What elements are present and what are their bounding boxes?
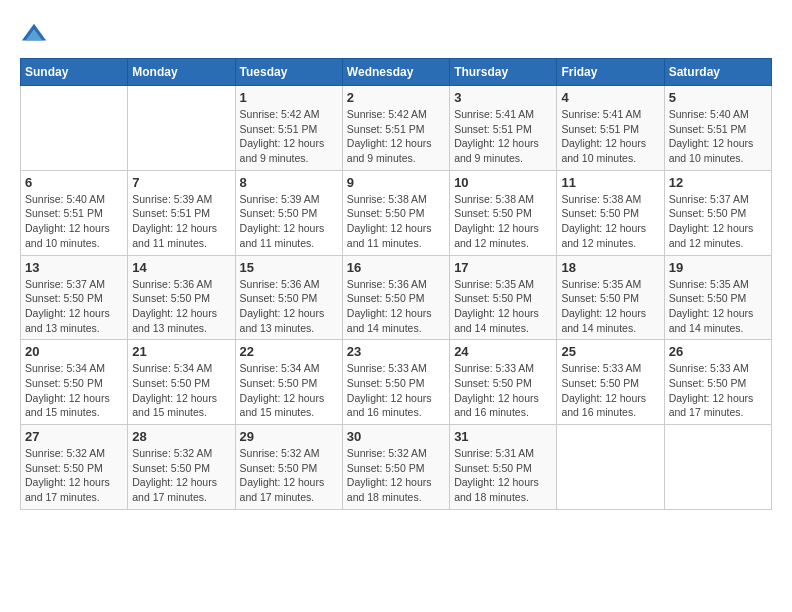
day-number: 2 (347, 90, 445, 105)
day-number: 3 (454, 90, 552, 105)
day-info: Sunrise: 5:38 AM Sunset: 5:50 PM Dayligh… (561, 192, 659, 251)
day-info: Sunrise: 5:37 AM Sunset: 5:50 PM Dayligh… (669, 192, 767, 251)
calendar-cell: 23Sunrise: 5:33 AM Sunset: 5:50 PM Dayli… (342, 340, 449, 425)
day-number: 5 (669, 90, 767, 105)
day-info: Sunrise: 5:38 AM Sunset: 5:50 PM Dayligh… (347, 192, 445, 251)
day-info: Sunrise: 5:39 AM Sunset: 5:51 PM Dayligh… (132, 192, 230, 251)
day-info: Sunrise: 5:32 AM Sunset: 5:50 PM Dayligh… (347, 446, 445, 505)
day-number: 6 (25, 175, 123, 190)
day-number: 13 (25, 260, 123, 275)
day-info: Sunrise: 5:37 AM Sunset: 5:50 PM Dayligh… (25, 277, 123, 336)
header-cell-wednesday: Wednesday (342, 59, 449, 86)
calendar-cell: 3Sunrise: 5:41 AM Sunset: 5:51 PM Daylig… (450, 86, 557, 171)
day-number: 9 (347, 175, 445, 190)
header-cell-sunday: Sunday (21, 59, 128, 86)
calendar-week-5: 27Sunrise: 5:32 AM Sunset: 5:50 PM Dayli… (21, 425, 772, 510)
day-number: 7 (132, 175, 230, 190)
calendar-cell: 24Sunrise: 5:33 AM Sunset: 5:50 PM Dayli… (450, 340, 557, 425)
header-cell-friday: Friday (557, 59, 664, 86)
calendar-cell: 21Sunrise: 5:34 AM Sunset: 5:50 PM Dayli… (128, 340, 235, 425)
calendar-cell (664, 425, 771, 510)
logo (20, 20, 52, 48)
day-number: 17 (454, 260, 552, 275)
calendar-cell: 27Sunrise: 5:32 AM Sunset: 5:50 PM Dayli… (21, 425, 128, 510)
calendar-cell: 14Sunrise: 5:36 AM Sunset: 5:50 PM Dayli… (128, 255, 235, 340)
day-info: Sunrise: 5:33 AM Sunset: 5:50 PM Dayligh… (669, 361, 767, 420)
day-info: Sunrise: 5:34 AM Sunset: 5:50 PM Dayligh… (132, 361, 230, 420)
day-info: Sunrise: 5:42 AM Sunset: 5:51 PM Dayligh… (240, 107, 338, 166)
day-info: Sunrise: 5:34 AM Sunset: 5:50 PM Dayligh… (240, 361, 338, 420)
calendar-week-2: 6Sunrise: 5:40 AM Sunset: 5:51 PM Daylig… (21, 170, 772, 255)
calendar-cell: 30Sunrise: 5:32 AM Sunset: 5:50 PM Dayli… (342, 425, 449, 510)
day-number: 4 (561, 90, 659, 105)
day-number: 23 (347, 344, 445, 359)
calendar-cell: 17Sunrise: 5:35 AM Sunset: 5:50 PM Dayli… (450, 255, 557, 340)
day-number: 20 (25, 344, 123, 359)
day-number: 31 (454, 429, 552, 444)
day-number: 24 (454, 344, 552, 359)
day-number: 26 (669, 344, 767, 359)
calendar-cell (21, 86, 128, 171)
calendar-cell (128, 86, 235, 171)
day-number: 30 (347, 429, 445, 444)
header-row: SundayMondayTuesdayWednesdayThursdayFrid… (21, 59, 772, 86)
day-info: Sunrise: 5:41 AM Sunset: 5:51 PM Dayligh… (454, 107, 552, 166)
day-info: Sunrise: 5:32 AM Sunset: 5:50 PM Dayligh… (132, 446, 230, 505)
day-number: 16 (347, 260, 445, 275)
calendar-week-3: 13Sunrise: 5:37 AM Sunset: 5:50 PM Dayli… (21, 255, 772, 340)
calendar-cell: 2Sunrise: 5:42 AM Sunset: 5:51 PM Daylig… (342, 86, 449, 171)
day-number: 29 (240, 429, 338, 444)
day-info: Sunrise: 5:33 AM Sunset: 5:50 PM Dayligh… (454, 361, 552, 420)
day-info: Sunrise: 5:36 AM Sunset: 5:50 PM Dayligh… (132, 277, 230, 336)
day-info: Sunrise: 5:35 AM Sunset: 5:50 PM Dayligh… (454, 277, 552, 336)
calendar-cell: 25Sunrise: 5:33 AM Sunset: 5:50 PM Dayli… (557, 340, 664, 425)
page-header (20, 20, 772, 48)
day-number: 21 (132, 344, 230, 359)
day-number: 22 (240, 344, 338, 359)
calendar-cell: 31Sunrise: 5:31 AM Sunset: 5:50 PM Dayli… (450, 425, 557, 510)
calendar-week-1: 1Sunrise: 5:42 AM Sunset: 5:51 PM Daylig… (21, 86, 772, 171)
calendar-cell: 22Sunrise: 5:34 AM Sunset: 5:50 PM Dayli… (235, 340, 342, 425)
calendar-cell: 1Sunrise: 5:42 AM Sunset: 5:51 PM Daylig… (235, 86, 342, 171)
calendar-table: SundayMondayTuesdayWednesdayThursdayFrid… (20, 58, 772, 510)
calendar-cell: 28Sunrise: 5:32 AM Sunset: 5:50 PM Dayli… (128, 425, 235, 510)
day-info: Sunrise: 5:39 AM Sunset: 5:50 PM Dayligh… (240, 192, 338, 251)
calendar-week-4: 20Sunrise: 5:34 AM Sunset: 5:50 PM Dayli… (21, 340, 772, 425)
calendar-cell: 5Sunrise: 5:40 AM Sunset: 5:51 PM Daylig… (664, 86, 771, 171)
header-cell-monday: Monday (128, 59, 235, 86)
day-info: Sunrise: 5:38 AM Sunset: 5:50 PM Dayligh… (454, 192, 552, 251)
day-number: 27 (25, 429, 123, 444)
day-number: 14 (132, 260, 230, 275)
calendar-cell (557, 425, 664, 510)
day-info: Sunrise: 5:40 AM Sunset: 5:51 PM Dayligh… (25, 192, 123, 251)
calendar-cell: 15Sunrise: 5:36 AM Sunset: 5:50 PM Dayli… (235, 255, 342, 340)
day-info: Sunrise: 5:36 AM Sunset: 5:50 PM Dayligh… (347, 277, 445, 336)
day-info: Sunrise: 5:34 AM Sunset: 5:50 PM Dayligh… (25, 361, 123, 420)
calendar-cell: 4Sunrise: 5:41 AM Sunset: 5:51 PM Daylig… (557, 86, 664, 171)
calendar-header: SundayMondayTuesdayWednesdayThursdayFrid… (21, 59, 772, 86)
day-info: Sunrise: 5:41 AM Sunset: 5:51 PM Dayligh… (561, 107, 659, 166)
calendar-cell: 8Sunrise: 5:39 AM Sunset: 5:50 PM Daylig… (235, 170, 342, 255)
calendar-cell: 9Sunrise: 5:38 AM Sunset: 5:50 PM Daylig… (342, 170, 449, 255)
calendar-cell: 10Sunrise: 5:38 AM Sunset: 5:50 PM Dayli… (450, 170, 557, 255)
calendar-cell: 26Sunrise: 5:33 AM Sunset: 5:50 PM Dayli… (664, 340, 771, 425)
calendar-cell: 19Sunrise: 5:35 AM Sunset: 5:50 PM Dayli… (664, 255, 771, 340)
day-number: 10 (454, 175, 552, 190)
day-number: 1 (240, 90, 338, 105)
day-info: Sunrise: 5:33 AM Sunset: 5:50 PM Dayligh… (561, 361, 659, 420)
day-info: Sunrise: 5:35 AM Sunset: 5:50 PM Dayligh… (669, 277, 767, 336)
day-info: Sunrise: 5:32 AM Sunset: 5:50 PM Dayligh… (25, 446, 123, 505)
calendar-cell: 16Sunrise: 5:36 AM Sunset: 5:50 PM Dayli… (342, 255, 449, 340)
day-number: 25 (561, 344, 659, 359)
day-info: Sunrise: 5:32 AM Sunset: 5:50 PM Dayligh… (240, 446, 338, 505)
day-info: Sunrise: 5:33 AM Sunset: 5:50 PM Dayligh… (347, 361, 445, 420)
calendar-cell: 6Sunrise: 5:40 AM Sunset: 5:51 PM Daylig… (21, 170, 128, 255)
day-info: Sunrise: 5:40 AM Sunset: 5:51 PM Dayligh… (669, 107, 767, 166)
calendar-cell: 20Sunrise: 5:34 AM Sunset: 5:50 PM Dayli… (21, 340, 128, 425)
calendar-cell: 7Sunrise: 5:39 AM Sunset: 5:51 PM Daylig… (128, 170, 235, 255)
day-info: Sunrise: 5:35 AM Sunset: 5:50 PM Dayligh… (561, 277, 659, 336)
day-number: 15 (240, 260, 338, 275)
day-number: 18 (561, 260, 659, 275)
calendar-cell: 11Sunrise: 5:38 AM Sunset: 5:50 PM Dayli… (557, 170, 664, 255)
calendar-body: 1Sunrise: 5:42 AM Sunset: 5:51 PM Daylig… (21, 86, 772, 510)
